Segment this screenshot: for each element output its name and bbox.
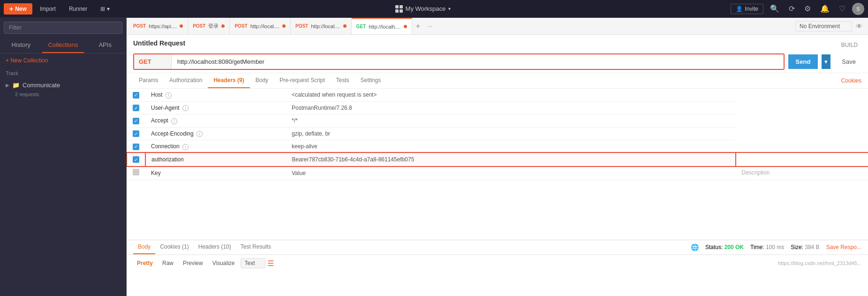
tab-url-label: https://api.... (149, 23, 177, 29)
header-value-empty[interactable]: Value (286, 166, 736, 180)
track-label: Track (0, 68, 126, 79)
import-button[interactable]: Import (34, 4, 61, 14)
workspace-chevron: ▾ (448, 6, 451, 11)
info-icon-host[interactable]: i (166, 92, 172, 99)
new-tab-button[interactable]: + (412, 22, 424, 30)
response-url-label: https://blog.csdn.net/hmt_2313d45... (778, 260, 861, 266)
header-key-useragent: User-Agent i (145, 101, 286, 114)
status-label: Status: 200 OK (705, 244, 744, 250)
info-icon-useragent[interactable]: i (182, 105, 189, 111)
header-checkbox-acceptencoding[interactable]: ✓ (127, 127, 146, 140)
sidebar-tab-history[interactable]: History (0, 38, 42, 53)
topbar: New Import Runner ⊞ ▾ My Workspace ▾ 👤 I… (0, 0, 868, 18)
req-tab-body[interactable]: Body (250, 73, 274, 88)
cookies-link[interactable]: Cookies (841, 77, 861, 84)
environment-select[interactable]: No Environment (795, 21, 852, 31)
format-visualize-button[interactable]: Visualize (209, 258, 239, 268)
workspace-switcher[interactable]: My Workspace ▾ (117, 5, 729, 13)
sidebar-actions: + New Collection (0, 53, 126, 68)
tab-get-active[interactable]: GET http://localh.... (352, 18, 412, 34)
response-status-bar: 🌐 Status: 200 OK Time: 100 ms Size: 384 … (691, 243, 861, 251)
tab-post-login[interactable]: POST 登录 (188, 18, 230, 34)
build-button[interactable]: BUILD (838, 40, 861, 50)
req-tab-authorization[interactable]: Authorization (164, 73, 208, 88)
request-area: Untitled Request BUILD GET POST PUT DELE… (127, 35, 868, 73)
sidebar-search-area (0, 18, 126, 38)
layout-button[interactable]: ⊞ ▾ (95, 4, 115, 14)
globe-icon[interactable]: 🌐 (691, 243, 699, 251)
req-tab-tests[interactable]: Tests (331, 73, 355, 88)
header-row-empty: Key Value Description (127, 166, 868, 180)
tab-overflow-button[interactable]: ··· (424, 23, 436, 30)
eye-icon[interactable]: 👁 (856, 23, 862, 30)
size-value: 384 B (805, 244, 819, 250)
method-select[interactable]: GET POST PUT DELETE (134, 54, 172, 69)
send-dropdown-button[interactable]: ▾ (822, 54, 830, 69)
settings-icon-btn[interactable]: ⚙ (801, 3, 814, 14)
time-label: Time: 100 ms (750, 244, 784, 250)
runner-button[interactable]: Runner (63, 4, 93, 14)
tab-url-label: http://localh.... (369, 24, 400, 30)
resp-tab-testresults[interactable]: Test Results (236, 240, 276, 254)
status-ok-label: 200 OK (725, 244, 744, 250)
header-value-connection: keep-alive (286, 140, 736, 153)
tab-url-label: http://local.... (250, 23, 279, 29)
req-tab-settings[interactable]: Settings (355, 73, 386, 88)
save-button[interactable]: Save (836, 54, 861, 69)
format-preview-button[interactable]: Preview (179, 258, 207, 268)
send-button[interactable]: Send (788, 54, 818, 69)
invite-button[interactable]: 👤 Invite (731, 4, 763, 14)
collection-item[interactable]: ▶ 📁 Communicate (0, 79, 126, 91)
sync-icon-btn[interactable]: ⟳ (786, 3, 798, 14)
new-button[interactable]: New (4, 3, 32, 15)
info-icon-connection[interactable]: i (182, 144, 189, 150)
header-checkbox-accept[interactable]: ✓ (127, 114, 146, 128)
resp-tab-cookies[interactable]: Cookies (1) (155, 240, 193, 254)
url-input[interactable] (172, 54, 784, 69)
filter-input[interactable] (4, 22, 122, 34)
response-tabs: Body Cookies (1) Headers (10) Test Resul… (127, 240, 868, 255)
tab-method-label: POST (295, 23, 308, 29)
text-format-select[interactable]: Text (241, 258, 265, 268)
header-checkbox-authorization[interactable]: ✓ (127, 153, 146, 166)
header-row-acceptencoding: ✓ Accept-Encoding i gzip, deflate, br (127, 127, 868, 140)
header-checkbox-connection[interactable]: ✓ (127, 140, 146, 153)
header-checkbox-useragent[interactable]: ✓ (127, 101, 146, 114)
header-row-host: ✓ Host i <calculated when request is sen… (127, 89, 868, 101)
tab-post-api[interactable]: POST https://api.... (128, 18, 188, 34)
new-collection-button[interactable]: + New Collection (6, 57, 48, 64)
save-response-button[interactable]: Save Respo... (826, 244, 861, 250)
format-raw-button[interactable]: Raw (159, 258, 177, 268)
header-checkbox-host[interactable]: ✓ (127, 89, 146, 101)
header-value-host: <calculated when request is sent> (286, 89, 736, 101)
header-key-authorization: authorization (145, 153, 286, 166)
resp-tab-body[interactable]: Body (133, 240, 155, 254)
header-checkbox-empty[interactable] (127, 166, 146, 180)
resp-tab-headers[interactable]: Headers (10) (194, 240, 236, 254)
search-icon-btn[interactable]: 🔍 (767, 3, 782, 14)
format-pretty-button[interactable]: Pretty (133, 258, 157, 268)
sidebar-tabs: History Collections APIs (0, 38, 126, 53)
heart-icon-btn[interactable]: ♡ (836, 3, 848, 14)
req-tab-headers[interactable]: Headers (9) (208, 73, 249, 88)
req-tab-prerequest[interactable]: Pre-request Script (274, 73, 331, 88)
tab-url-label: http://local.... (311, 23, 340, 29)
bell-icon-btn[interactable]: 🔔 (817, 3, 832, 14)
header-value-authorization: Bearer787cb830-71b6-4c4d-a7a8-861145efb0… (286, 153, 736, 166)
header-row-authorization: ✓ authorization Bearer787cb830-71b6-4c4d… (127, 153, 868, 166)
info-icon-accept[interactable]: i (171, 118, 177, 124)
sidebar-tab-collections[interactable]: Collections (42, 38, 84, 53)
avatar[interactable]: S (852, 3, 864, 15)
info-icon-acceptencoding[interactable]: i (196, 131, 203, 137)
wrap-icon[interactable]: ☰ (267, 259, 274, 268)
collection-folder-icon: 📁 (12, 82, 20, 89)
header-key-empty[interactable]: Key (145, 166, 286, 180)
header-key-host: Host i (145, 89, 286, 101)
sidebar-tab-apis[interactable]: APIs (84, 38, 126, 53)
content-area: POST https://api.... POST 登录 POST http:/… (127, 18, 868, 296)
tab-post-local2[interactable]: POST http://local.... (291, 18, 352, 34)
tab-post-local1[interactable]: POST http://local.... (230, 18, 291, 34)
req-tab-params[interactable]: Params (133, 73, 164, 88)
response-area: Body Cookies (1) Headers (10) Test Resul… (127, 240, 868, 296)
invite-icon: 👤 (736, 6, 743, 12)
